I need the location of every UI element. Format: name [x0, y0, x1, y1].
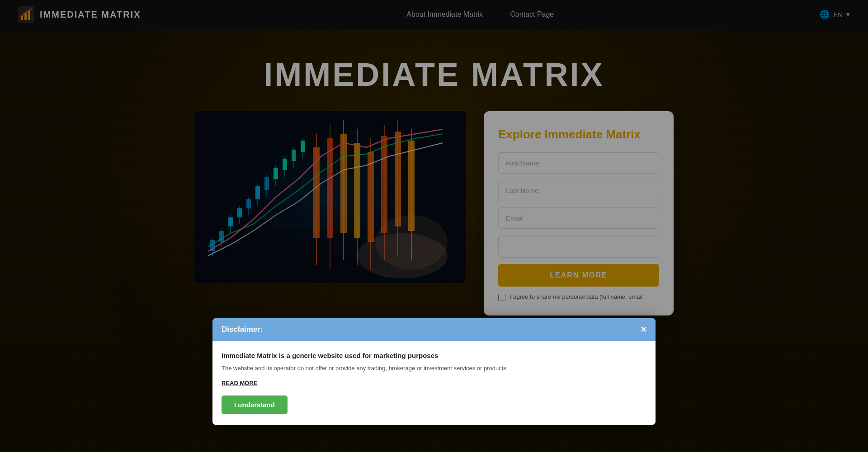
disclaimer-body: Immediate Matrix is a generic website us… — [212, 341, 656, 425]
disclaimer-sub-text: The website and its operator do not offe… — [222, 364, 646, 373]
disclaimer-overlay: Disclaimer: × Immediate Matrix is a gene… — [0, 0, 868, 452]
disclaimer-close-button[interactable]: × — [641, 325, 646, 334]
disclaimer-title: Disclaimer: — [222, 325, 263, 334]
read-more-link[interactable]: READ MORE — [222, 380, 646, 386]
understand-button[interactable]: I understand — [222, 396, 288, 414]
disclaimer-box: Disclaimer: × Immediate Matrix is a gene… — [212, 318, 656, 425]
disclaimer-header: Disclaimer: × — [212, 318, 656, 341]
disclaimer-main-text: Immediate Matrix is a generic website us… — [222, 352, 646, 359]
